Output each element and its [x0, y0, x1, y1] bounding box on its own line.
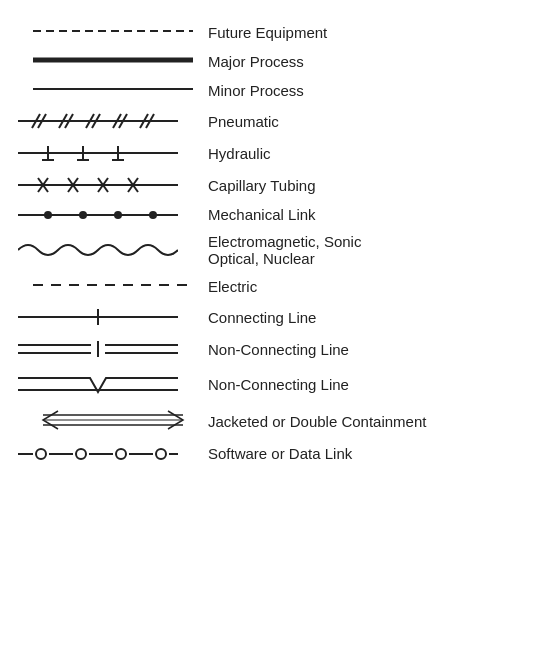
- electromagnetic-icon: [18, 238, 178, 262]
- electric-icon: [33, 277, 193, 293]
- legend-row-electric: Electric: [18, 272, 548, 301]
- future-equipment-icon: [33, 23, 193, 39]
- connecting-line-icon: [18, 306, 178, 328]
- legend-row-future-equipment: Future Equipment: [18, 18, 548, 47]
- legend-row-mechanical-link: Mechanical Link: [18, 201, 548, 228]
- label-software-data: Software or Data Link: [208, 440, 548, 467]
- symbol-non-connecting-line-2: [18, 365, 208, 403]
- major-process-icon: [33, 52, 193, 68]
- legend-row-jacketed: Jacketed or Double Containment: [18, 403, 548, 440]
- pneumatic-icon: [18, 110, 178, 132]
- mechanical-link-icon: [18, 207, 178, 223]
- label-connecting-line: Connecting Line: [208, 301, 548, 333]
- symbol-pneumatic: [18, 105, 208, 137]
- capillary-icon: [18, 174, 178, 196]
- svg-point-32: [79, 211, 87, 219]
- svg-point-53: [116, 449, 126, 459]
- label-mechanical-link: Mechanical Link: [208, 201, 548, 228]
- symbol-hydraulic: [18, 137, 208, 169]
- label-electric: Electric: [208, 272, 548, 301]
- minor-process-icon: [33, 81, 193, 97]
- label-capillary: Capillary Tubing: [208, 169, 548, 201]
- svg-point-34: [149, 211, 157, 219]
- symbol-future-equipment: [18, 18, 208, 47]
- legend-row-electromagnetic: Electromagnetic, Sonic Optical, Nuclear: [18, 228, 548, 272]
- legend-row-non-connecting-line-2: Non-Connecting Line: [18, 365, 548, 403]
- label-electromagnetic: Electromagnetic, Sonic Optical, Nuclear: [208, 228, 548, 272]
- label-future-equipment: Future Equipment: [208, 18, 548, 47]
- svg-point-51: [76, 449, 86, 459]
- legend-row-non-connecting-line-1: Non-Connecting Line: [18, 333, 548, 365]
- svg-point-55: [156, 449, 166, 459]
- jacketed-icon: [33, 408, 193, 432]
- label-non-connecting-line-1: Non-Connecting Line: [208, 333, 548, 365]
- symbol-minor-process: [18, 76, 208, 105]
- symbol-major-process: [18, 47, 208, 76]
- symbol-connecting-line: [18, 301, 208, 333]
- label-minor-process: Minor Process: [208, 76, 548, 105]
- hydraulic-icon: [18, 142, 178, 164]
- software-data-icon: [18, 446, 178, 462]
- legend-row-minor-process: Minor Process: [18, 76, 548, 105]
- legend-row-pneumatic: Pneumatic: [18, 105, 548, 137]
- non-connecting-line-2-icon: [18, 370, 178, 398]
- non-connecting-line-1-icon: [18, 338, 178, 360]
- symbol-mechanical-link: [18, 201, 208, 228]
- label-hydraulic: Hydraulic: [208, 137, 548, 169]
- label-pneumatic: Pneumatic: [208, 105, 548, 137]
- symbol-electromagnetic: [18, 228, 208, 272]
- symbol-software-data: [18, 440, 208, 467]
- legend-row-major-process: Major Process: [18, 47, 548, 76]
- legend-table: Future Equipment Major Process Minor Pro…: [18, 18, 548, 467]
- symbol-jacketed: [18, 403, 208, 440]
- legend-row-hydraulic: Hydraulic: [18, 137, 548, 169]
- legend-row-capillary: Capillary Tubing: [18, 169, 548, 201]
- symbol-non-connecting-line-1: [18, 333, 208, 365]
- symbol-capillary: [18, 169, 208, 201]
- svg-point-33: [114, 211, 122, 219]
- label-non-connecting-line-2: Non-Connecting Line: [208, 365, 548, 403]
- svg-point-31: [44, 211, 52, 219]
- label-jacketed: Jacketed or Double Containment: [208, 403, 548, 440]
- symbol-electric: [18, 272, 208, 301]
- label-major-process: Major Process: [208, 47, 548, 76]
- legend-row-software-data: Software or Data Link: [18, 440, 548, 467]
- legend-row-connecting-line: Connecting Line: [18, 301, 548, 333]
- svg-point-49: [36, 449, 46, 459]
